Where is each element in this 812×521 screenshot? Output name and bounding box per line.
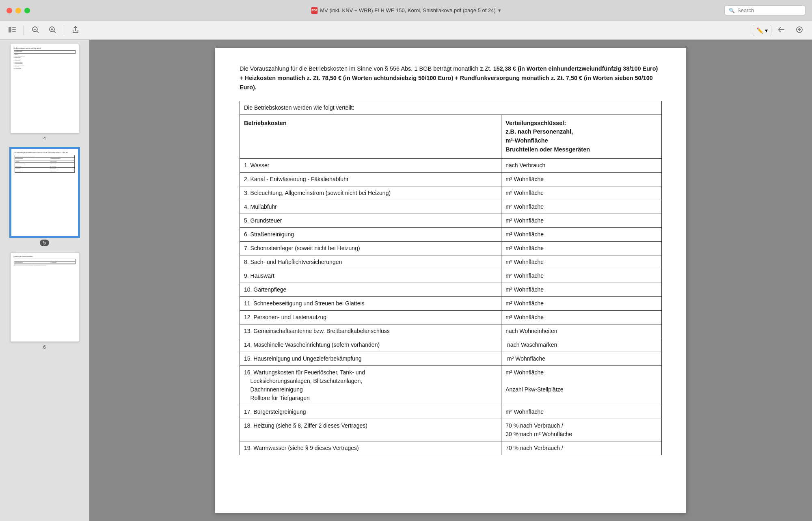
row-7-col2: m² Wohnfläche [501, 241, 662, 255]
share-button[interactable] [68, 24, 83, 37]
page-number-5: 5 [40, 240, 49, 246]
table-row: 5. Grundsteuer m² Wohnfläche [240, 214, 662, 227]
table-row: 3. Beleuchtung, Allgemeinstrom (soweit n… [240, 186, 662, 200]
thumbnail-page-5[interactable]: Die Vorauszahlung für die Betriebskosten… [10, 148, 79, 246]
row-6-col1: 6. Straßenreinigung [240, 227, 501, 241]
row-16-col1: 16. Wartungskosten für Feuerlöscher, Tan… [240, 365, 501, 405]
minimize-button[interactable] [15, 8, 21, 13]
page-number-4: 4 [43, 136, 46, 141]
row-4-col2: m² Wohnfläche [501, 200, 662, 214]
table-row: 12. Personen- und Lastenaufzug m² Wohnfl… [240, 310, 662, 324]
window-controls [6, 8, 30, 13]
row-17-col2: m² Wohnfläche [501, 405, 662, 419]
row-2-col1: 2. Kanal - Entwässerung - Fäkalienabfuhr [240, 172, 501, 186]
search-icon: 🔍 [729, 8, 735, 13]
intro-paragraph: Die Vorauszahlung für die Betriebskosten… [240, 64, 662, 93]
table-row: 10. Gartenpflege m² Wohnfläche [240, 283, 662, 296]
search-box[interactable]: 🔍 [724, 5, 806, 15]
table-row: 4. Müllabfuhr m² Wohnfläche [240, 200, 662, 214]
row-18-col2: 70 % nach Verbrauch /30 % nach m² Wohnfl… [501, 419, 662, 441]
row-4-col1: 4. Müllabfuhr [240, 200, 501, 214]
row-2-col2: m² Wohnfläche [501, 172, 662, 186]
pencil-icon: ✏️ [756, 27, 763, 34]
row-14-col2: nach Waschmarken [501, 338, 662, 352]
svg-line-6 [37, 31, 39, 33]
maximize-button[interactable] [24, 8, 30, 13]
title-bar: PDF MV (inkl. KNV + WRB) FLH WE 150, Kor… [0, 0, 812, 21]
col2-header-line4: Bruchteilen oder Messgeräten [505, 146, 590, 153]
col2-header-line3: m²-Wohnfläche [505, 137, 548, 144]
row-10-col2: m² Wohnfläche [501, 283, 662, 296]
chevron-icon[interactable]: ▾ [498, 7, 501, 13]
back-icon [777, 26, 786, 35]
row-11-col1: 11. Schneebeseitigung und Streuen bei Gl… [240, 296, 501, 310]
row-1-col1: 1. Wasser [240, 158, 501, 172]
row-15-col1: 15. Hausreinigung und Ungezieferbekämpfu… [240, 352, 501, 365]
title-right: 🔍 [724, 5, 806, 15]
table-row: 11. Schneebeseitigung und Streuen bei Gl… [240, 296, 662, 310]
table-row: 19. Warmwasser (siehe § 9 dieses Vertrag… [240, 441, 662, 455]
svg-rect-3 [12, 31, 16, 32]
row-3-col1: 3. Beleuchtung, Allgemeinstrom (soweit n… [240, 186, 501, 200]
row-8-col2: m² Wohnfläche [501, 255, 662, 269]
document-viewer[interactable]: Die Vorauszahlung für die Betriebskosten… [89, 40, 812, 521]
table-row: 18. Heizung (siehe § 8, Ziffer 2 dieses … [240, 419, 662, 441]
row-13-col1: 13. Gemeinschaftsantenne bzw. Breitbandk… [240, 324, 501, 338]
thumb-content-5: Die Vorauszahlung für die Betriebskosten… [11, 149, 78, 236]
row-12-col2: m² Wohnfläche [501, 310, 662, 324]
row-11-col2: m² Wohnfläche [501, 296, 662, 310]
forward-icon [795, 26, 803, 35]
zoom-in-button[interactable] [45, 24, 60, 37]
toolbar-separator-2 [64, 26, 64, 35]
table-row: 8. Sach- und Haftpflichtversicherungen m… [240, 255, 662, 269]
thumb-frame-5: Die Vorauszahlung für die Betriebskosten… [10, 148, 79, 237]
back-navigation-button[interactable] [774, 24, 789, 37]
table-row: 13. Gemeinschaftsantenne bzw. Breitbandk… [240, 324, 662, 338]
annotation-button[interactable]: ✏️ ▾ [753, 25, 771, 36]
page-number-6: 6 [43, 344, 46, 350]
sidebar: Die Betriebskosten werden wie folgt vert… [0, 40, 89, 521]
row-3-col2: m² Wohnfläche [501, 186, 662, 200]
search-input[interactable] [737, 7, 801, 13]
zoom-out-button[interactable] [28, 24, 43, 37]
table-intro-row: Die Betriebskosten werden wie folgt vert… [240, 101, 662, 115]
zoom-out-icon [32, 26, 39, 35]
amount-bold-1: 152,38 € (in Worten einhundertzweiundfün… [240, 65, 658, 91]
svg-line-10 [54, 31, 56, 33]
close-button[interactable] [6, 8, 12, 13]
table-row: 6. Straßenreinigung m² Wohnfläche [240, 227, 662, 241]
col2-header: Verteilungsschlüssel: z.B. nach Personen… [501, 115, 662, 158]
table-row: 15. Hausreinigung und Ungezieferbekämpfu… [240, 352, 662, 365]
row-12-col1: 12. Personen- und Lastenaufzug [240, 310, 501, 324]
thumbnail-page-6[interactable]: Fortsetzung der Betriebskostentabelle 20… [10, 253, 79, 350]
row-5-col1: 5. Grundsteuer [240, 214, 501, 227]
annotation-dropdown-icon: ▾ [765, 27, 768, 34]
table-row: 17. Bürgersteigreinigung m² Wohnfläche [240, 405, 662, 419]
row-10-col1: 10. Gartenpflege [240, 283, 501, 296]
row-13-col2: nach Wohneinheiten [501, 324, 662, 338]
row-15-col2: m² Wohnfläche [501, 352, 662, 365]
toolbar-right: ✏️ ▾ [753, 24, 807, 37]
document-page: Die Vorauszahlung für die Betriebskosten… [215, 48, 686, 513]
row-14-col1: 14. Maschinelle Wascheinrichtung (sofern… [240, 338, 501, 352]
table-row: 1. Wasser nach Verbrauch [240, 158, 662, 172]
row-18-col1: 18. Heizung (siehe § 8, Ziffer 2 dieses … [240, 419, 501, 441]
sidebar-toggle-button[interactable] [5, 25, 19, 36]
col1-header: Betriebskosten [240, 115, 501, 158]
thumbnail-page-4[interactable]: Die Betriebskosten werden wie folgt vert… [10, 44, 79, 141]
toolbar: ✏️ ▾ [0, 21, 812, 40]
row-17-col1: 17. Bürgersteigreinigung [240, 405, 501, 419]
thumb-frame-4: Die Betriebskosten werden wie folgt vert… [10, 44, 79, 133]
row-19-col1: 19. Warmwasser (siehe § 9 dieses Vertrag… [240, 441, 501, 455]
row-16-col2: m² Wohnfläche Anzahl Pkw-Stellplätze [501, 365, 662, 405]
main-area: Die Betriebskosten werden wie folgt vert… [0, 40, 812, 521]
forward-navigation-button[interactable] [792, 24, 807, 37]
table-row: 9. Hauswart m² Wohnfläche [240, 269, 662, 283]
thumb-content-6: Fortsetzung der Betriebskostentabelle 20… [11, 253, 79, 342]
row-5-col2: m² Wohnfläche [501, 214, 662, 227]
svg-rect-1 [12, 27, 16, 28]
row-19-col2: 70 % nach Verbrauch / [501, 441, 662, 455]
table-row: 2. Kanal - Entwässerung - Fäkalienabfuhr… [240, 172, 662, 186]
row-9-col2: m² Wohnfläche [501, 269, 662, 283]
window-title: MV (inkl. KNV + WRB) FLH WE 150, Korol, … [320, 7, 495, 13]
